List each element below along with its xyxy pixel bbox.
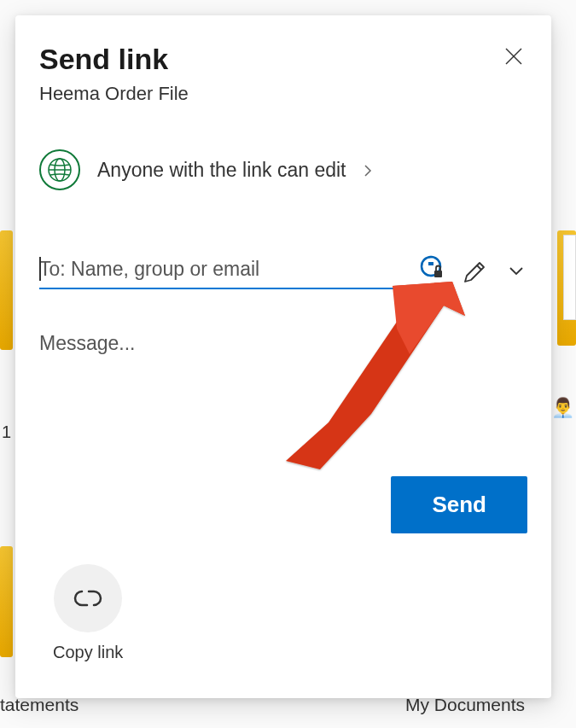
link-icon [70,586,106,610]
background-document [563,235,576,320]
organization-lock-icon [420,255,444,282]
svg-line-9 [477,265,481,270]
send-button[interactable]: Send [391,476,527,533]
background-text: 1 [2,422,11,442]
copy-link-button[interactable]: Copy link [53,564,123,662]
background-folder [0,546,13,657]
dialog-title: Send link [39,43,189,76]
permission-dropdown-button[interactable] [505,263,527,282]
send-link-dialog: Send link Heema Order File Anyone with t… [15,15,551,698]
svg-rect-8 [434,271,442,277]
chevron-right-icon [358,159,372,181]
message-input[interactable] [39,332,527,401]
text-cursor [39,257,41,281]
link-permission-row[interactable]: Anyone with the link can edit [39,149,527,190]
permission-text: Anyone with the link can edit [97,159,527,182]
close-icon [504,47,523,66]
copy-link-label: Copy link [53,643,123,662]
pencil-icon [463,260,486,284]
recipient-input[interactable] [39,258,413,281]
edit-permission-button[interactable] [459,257,490,288]
globe-icon [39,149,80,190]
background-folder [0,230,13,350]
close-button[interactable] [500,43,527,70]
person-icon: 👨‍💼 [551,397,574,419]
svg-rect-7 [428,262,433,265]
dialog-subtitle: Heema Order File [39,83,189,105]
chevron-down-icon [509,266,524,277]
